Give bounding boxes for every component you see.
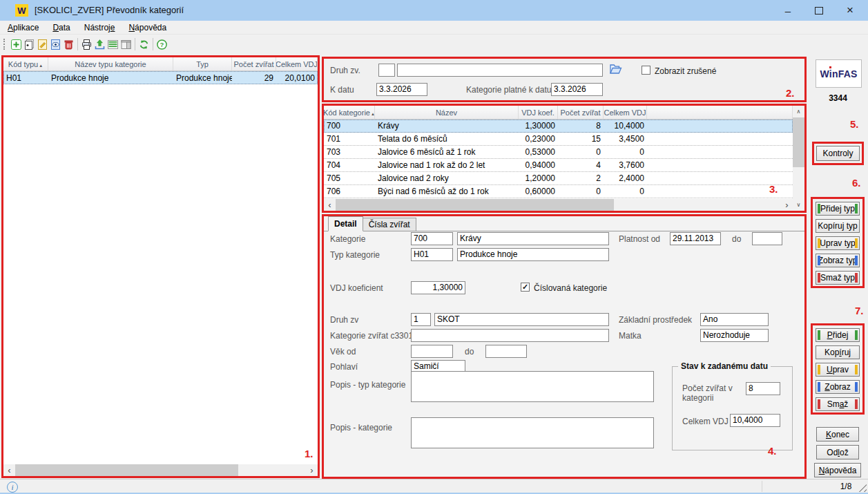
- cell-code: 700: [324, 121, 375, 131]
- scroll-up-icon[interactable]: [793, 106, 804, 117]
- maximize-button[interactable]: [804, 0, 833, 21]
- zobraz-typ-button[interactable]: Zobraz typ: [816, 254, 860, 267]
- tab-cisla-zvirat[interactable]: Čísla zvířat: [363, 218, 416, 231]
- kategorie-name-field[interactable]: Krávy: [457, 232, 609, 245]
- table-row[interactable]: 703 Jalovice 6 měsíců až 1 rok 0,53000 0…: [324, 146, 793, 159]
- cell-koef: 1,20000: [519, 173, 558, 183]
- accent-bar: [818, 273, 820, 283]
- popis-kategorie-textarea[interactable]: [411, 417, 654, 448]
- table-row[interactable]: 705 Jalovice nad 2 roky 1,20000 2 2,4000: [324, 172, 793, 185]
- kopiruj-typ-button[interactable]: Kopíruj typ: [816, 219, 860, 233]
- edit-icon[interactable]: [36, 37, 49, 52]
- table-row[interactable]: 700 Krávy 1,30000 8 10,4000: [324, 120, 793, 133]
- pridej-button[interactable]: Přidej: [816, 328, 860, 342]
- column-header-vdj-koef[interactable]: VDJ koef.: [519, 106, 558, 119]
- druh-zv-code-input[interactable]: [378, 64, 395, 77]
- column-header-celkem[interactable]: Celkem VDJ: [604, 106, 647, 119]
- delete-icon[interactable]: [62, 37, 75, 52]
- column-header-pocet[interactable]: Počet zvířat: [232, 57, 276, 70]
- kategorie-label: Kategorie: [330, 234, 365, 244]
- help-icon[interactable]: ?: [155, 37, 168, 52]
- close-button[interactable]: ×: [836, 0, 865, 21]
- export-icon[interactable]: [93, 37, 106, 52]
- columns-icon[interactable]: [119, 37, 133, 52]
- cell-koef: 1,30000: [519, 121, 558, 131]
- zobrazit-zrusene-checkbox[interactable]: [642, 66, 650, 75]
- horizontal-scrollbar[interactable]: [324, 199, 793, 211]
- pridej-typ-button[interactable]: Přidej typ: [816, 202, 860, 216]
- smaz-button[interactable]: Smaž: [816, 397, 860, 411]
- typ-name-field[interactable]: Produkce hnoje: [457, 248, 609, 261]
- add-icon[interactable]: [10, 37, 23, 52]
- scrollbar-thumb[interactable]: [336, 199, 614, 211]
- folder-lookup-icon[interactable]: [608, 62, 623, 77]
- column-header-kod-typu[interactable]: Kód typu: [3, 57, 48, 70]
- table-row[interactable]: H01 Produkce hnoje Produkce hnoje 29 20,…: [3, 71, 318, 84]
- scroll-left-icon[interactable]: [324, 199, 336, 211]
- zobraz-button[interactable]: Zobraz: [816, 380, 860, 394]
- accent-bar: [855, 273, 858, 283]
- scrollbar-thumb[interactable]: [793, 117, 804, 167]
- table-row[interactable]: 701 Telata do 6 měsíců 0,23000 15 3,4500: [324, 133, 793, 146]
- zakladni-prostredek-field[interactable]: Ano: [700, 313, 769, 326]
- k-datu-input[interactable]: 3.3.2026: [376, 83, 427, 96]
- typ-code-field[interactable]: H01: [411, 248, 453, 261]
- scroll-left-icon[interactable]: [3, 464, 15, 476]
- odloz-button[interactable]: Odlož: [816, 445, 859, 459]
- column-header-kod-kategorie[interactable]: Kód kategorie: [324, 106, 375, 119]
- view-icon[interactable]: [49, 37, 62, 52]
- scroll-right-icon[interactable]: [781, 199, 793, 211]
- kategorie-platne-input[interactable]: 3.3.2026: [551, 83, 603, 96]
- column-header-nazev[interactable]: Název typu kategorie: [48, 57, 173, 70]
- copy-icon[interactable]: [23, 37, 36, 52]
- konec-button[interactable]: Konec: [816, 427, 859, 441]
- vek-od-field[interactable]: [411, 345, 453, 358]
- matka-field[interactable]: Nerozhoduje: [700, 329, 769, 342]
- minimize-button[interactable]: –: [773, 0, 802, 21]
- kopiruj-button[interactable]: Kopíruj: [816, 345, 860, 359]
- menu-nastroje[interactable]: Nástroje: [82, 22, 117, 33]
- column-header-nazev[interactable]: Název: [375, 106, 519, 119]
- cell-count: 0: [558, 187, 604, 196]
- napoveda-button[interactable]: Nápověda: [814, 463, 861, 477]
- vek-do-field[interactable]: [485, 345, 527, 358]
- uprav-button[interactable]: Uprav: [816, 363, 860, 377]
- kontroly-button[interactable]: Kontroly: [816, 146, 860, 161]
- menu-aplikace[interactable]: Aplikace: [6, 22, 41, 33]
- table-row[interactable]: 704 Jalovice nad 1 rok až do 2 let 0,940…: [324, 159, 793, 172]
- toolbar-grip[interactable]: [3, 39, 5, 50]
- cell-vdj: 20,0100: [276, 73, 318, 83]
- refresh-icon[interactable]: [137, 37, 151, 52]
- uprav-typ-button[interactable]: Uprav typ: [816, 236, 860, 250]
- column-header-pocet[interactable]: Počet zvířat: [558, 106, 604, 119]
- horizontal-scrollbar[interactable]: [3, 464, 318, 476]
- menu-data[interactable]: Data: [50, 22, 72, 33]
- tab-detail[interactable]: Detail: [328, 216, 363, 231]
- table-row[interactable]: 706 Býci nad 6 měsíců až do 1 rok 0,6000…: [324, 185, 793, 198]
- cell-code: 706: [324, 187, 375, 196]
- menu-napoveda[interactable]: Nápověda: [126, 22, 168, 33]
- print-icon[interactable]: [80, 37, 93, 52]
- cislovana-kategorie-checkbox[interactable]: [521, 283, 530, 292]
- list-icon[interactable]: [106, 37, 119, 52]
- scroll-down-icon[interactable]: [793, 199, 804, 211]
- scroll-right-icon[interactable]: [306, 464, 318, 476]
- vertical-scrollbar[interactable]: [793, 106, 804, 211]
- druh-code-field[interactable]: 1: [411, 313, 431, 326]
- druh-zv-name-input[interactable]: [397, 64, 603, 77]
- druh-name-field[interactable]: SKOT: [434, 313, 609, 326]
- accent-bar: [818, 399, 820, 409]
- cell-vdj: 2,4000: [604, 173, 647, 183]
- smaz-typ-button[interactable]: Smaž typ: [816, 271, 860, 285]
- platnost-do-field[interactable]: [752, 232, 782, 245]
- kategorie-code-field[interactable]: 700: [411, 232, 453, 245]
- cell-code: H01: [3, 73, 48, 83]
- popis-typ-textarea[interactable]: [411, 371, 654, 402]
- cell-koef: 0,60000: [519, 187, 558, 196]
- platnost-od-field[interactable]: 29.11.2013: [670, 232, 721, 245]
- kategorie-c3301-field[interactable]: [411, 329, 609, 342]
- vdj-koeficient-field[interactable]: 1,30000: [411, 281, 465, 294]
- column-header-celkem[interactable]: Celkem VDJ: [276, 57, 318, 70]
- column-header-typ[interactable]: Typ: [173, 57, 232, 70]
- scrollbar-thumb[interactable]: [15, 464, 238, 476]
